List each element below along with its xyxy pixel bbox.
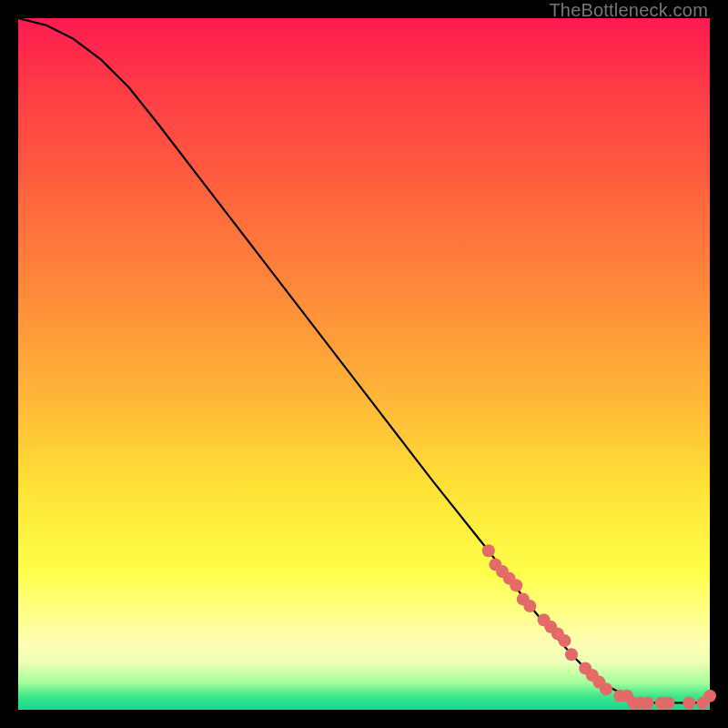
plot-area [18,18,710,710]
data-point [662,696,674,709]
data-point [600,682,612,695]
marker-group [482,544,716,709]
chart-frame: TheBottleneck.com [0,0,728,728]
data-point [703,690,716,703]
data-point [565,648,578,661]
data-point [682,696,695,709]
chart-svg [18,18,710,710]
data-point [523,600,536,612]
data-point [482,544,495,557]
data-point [642,696,654,709]
data-point [510,579,522,592]
bottleneck-curve [18,18,710,703]
data-point [558,634,571,647]
